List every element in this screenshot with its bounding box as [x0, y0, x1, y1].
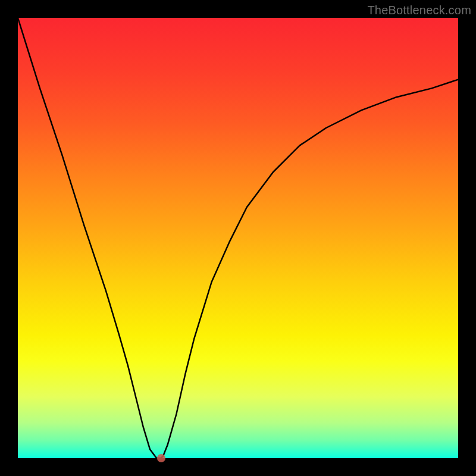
- chart-curve-svg: [18, 18, 458, 458]
- chart-curve-path: [18, 18, 458, 458]
- chart-marker-dot: [157, 454, 165, 462]
- watermark-text: TheBottleneck.com: [367, 4, 471, 17]
